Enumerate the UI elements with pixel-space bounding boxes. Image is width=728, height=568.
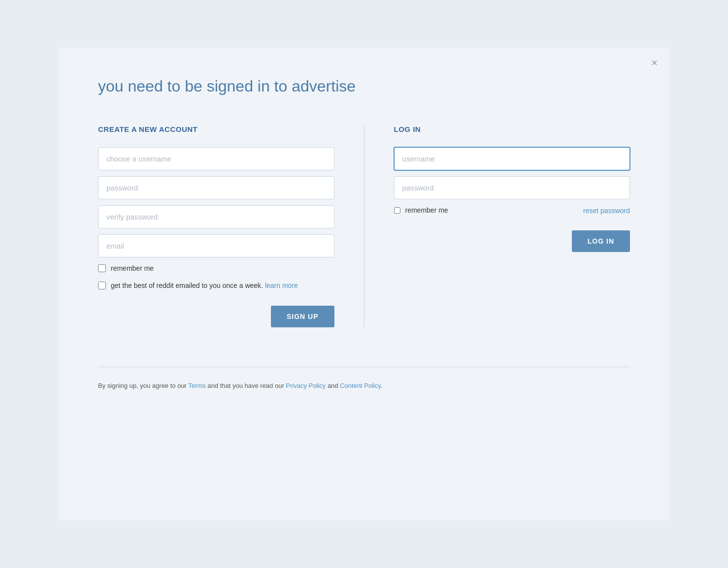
login-section: LOG IN remember me reset password LOG IN	[394, 125, 630, 327]
login-password-input[interactable]	[394, 176, 630, 199]
signup-remember-me-checkbox[interactable]	[98, 264, 106, 272]
login-username-input[interactable]	[394, 147, 630, 170]
log-in-button[interactable]: LOG IN	[572, 230, 630, 252]
content-policy-link[interactable]: Content Policy	[340, 382, 381, 389]
terms-link[interactable]: Terms	[188, 382, 205, 389]
privacy-policy-link[interactable]: Privacy Policy	[286, 382, 326, 389]
learn-more-link[interactable]: learn more	[265, 282, 298, 289]
sign-up-button[interactable]: SIGN UP	[271, 306, 334, 327]
signup-newsletter-checkbox[interactable]	[98, 282, 106, 289]
close-button[interactable]: ×	[651, 58, 658, 68]
login-remember-me-checkbox[interactable]	[394, 207, 400, 214]
signup-email-input[interactable]	[98, 234, 334, 257]
create-account-section: CREATE A NEW ACCOUNT remember me get the…	[98, 125, 364, 327]
signup-remember-me-label: remember me	[111, 263, 154, 274]
signup-password-input[interactable]	[98, 176, 334, 199]
section-divider	[364, 125, 364, 327]
page-title: you need to be signed in to advertise	[98, 77, 630, 95]
login-options-row: remember me reset password	[394, 205, 630, 216]
signup-remember-me-row: remember me	[98, 263, 334, 274]
login-remember-me-label: remember me	[405, 205, 448, 216]
signup-verify-password-input[interactable]	[98, 205, 334, 228]
create-account-title: CREATE A NEW ACCOUNT	[98, 125, 334, 133]
login-title: LOG IN	[394, 125, 630, 133]
signup-newsletter-label: get the best of reddit emailed to you on…	[111, 281, 298, 291]
modal-container: × you need to be signed in to advertise …	[59, 48, 669, 520]
footer-text: By signing up, you agree to our Terms an…	[98, 367, 630, 389]
signup-newsletter-row: get the best of reddit emailed to you on…	[98, 281, 334, 291]
signup-username-input[interactable]	[98, 147, 334, 170]
forms-wrapper: CREATE A NEW ACCOUNT remember me get the…	[98, 125, 630, 327]
reset-password-link[interactable]: reset password	[583, 207, 630, 215]
login-remember-left: remember me	[394, 205, 448, 216]
